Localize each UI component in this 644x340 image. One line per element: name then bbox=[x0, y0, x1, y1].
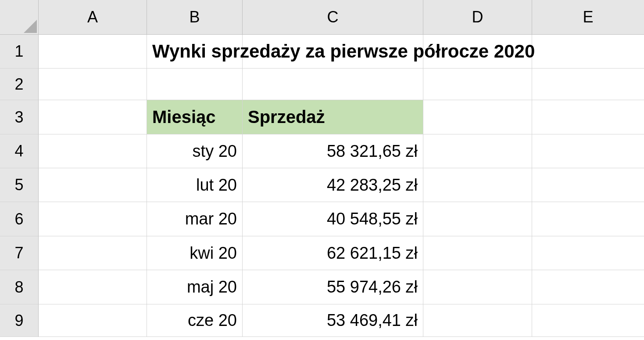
select-all-corner[interactable] bbox=[0, 0, 39, 35]
row-header-3[interactable]: 3 bbox=[0, 100, 39, 134]
cell-D5[interactable] bbox=[423, 168, 532, 202]
cell-A2[interactable] bbox=[39, 69, 147, 100]
cell-A1[interactable] bbox=[39, 35, 147, 69]
cell-E6[interactable] bbox=[532, 202, 644, 236]
cell-B9-month[interactable]: cze 20 bbox=[147, 304, 243, 337]
cell-C4-sales[interactable]: 58 321,65 zł bbox=[243, 134, 423, 168]
cell-D7[interactable] bbox=[423, 236, 532, 270]
col-header-C[interactable]: C bbox=[243, 0, 423, 35]
cell-A8[interactable] bbox=[39, 270, 147, 304]
cell-B7-month[interactable]: kwi 20 bbox=[147, 236, 243, 270]
col-header-D[interactable]: D bbox=[423, 0, 532, 35]
cell-D4[interactable] bbox=[423, 134, 532, 168]
cell-B2[interactable] bbox=[147, 69, 243, 100]
cell-E3[interactable] bbox=[532, 100, 644, 134]
cell-B4-month[interactable]: sty 20 bbox=[147, 134, 243, 168]
cell-A5[interactable] bbox=[39, 168, 147, 202]
col-header-E[interactable]: E bbox=[532, 0, 644, 35]
col-header-A[interactable]: A bbox=[39, 0, 147, 35]
cell-A9[interactable] bbox=[39, 304, 147, 337]
cell-E8[interactable] bbox=[532, 270, 644, 304]
cell-D6[interactable] bbox=[423, 202, 532, 236]
cell-C7-sales[interactable]: 62 621,15 zł bbox=[243, 236, 423, 270]
row-header-9[interactable]: 9 bbox=[0, 304, 39, 337]
cell-A4[interactable] bbox=[39, 134, 147, 168]
row-header-4[interactable]: 4 bbox=[0, 134, 39, 168]
row-header-1[interactable]: 1 bbox=[0, 35, 39, 69]
cell-E9[interactable] bbox=[532, 304, 644, 337]
cell-B5-month[interactable]: lut 20 bbox=[147, 168, 243, 202]
cell-B8-month[interactable]: maj 20 bbox=[147, 270, 243, 304]
cell-E2[interactable] bbox=[532, 69, 644, 100]
cell-C6-sales[interactable]: 40 548,55 zł bbox=[243, 202, 423, 236]
cell-C3-header-sales[interactable]: Sprzedaż bbox=[243, 100, 423, 134]
cell-E4[interactable] bbox=[532, 134, 644, 168]
cell-B3-header-month[interactable]: Miesiąc bbox=[147, 100, 243, 134]
cell-E7[interactable] bbox=[532, 236, 644, 270]
cell-C5-sales[interactable]: 42 283,25 zł bbox=[243, 168, 423, 202]
row-header-7[interactable]: 7 bbox=[0, 236, 39, 270]
cell-B1-title[interactable]: Wynki sprzedaży za pierwsze półrocze 202… bbox=[147, 35, 243, 69]
select-all-triangle-icon bbox=[24, 20, 37, 33]
col-header-B[interactable]: B bbox=[147, 0, 243, 35]
cell-D9[interactable] bbox=[423, 304, 532, 337]
row-header-6[interactable]: 6 bbox=[0, 202, 39, 236]
cell-B6-month[interactable]: mar 20 bbox=[147, 202, 243, 236]
cell-C9-sales[interactable]: 53 469,41 zł bbox=[243, 304, 423, 337]
cell-C8-sales[interactable]: 55 974,26 zł bbox=[243, 270, 423, 304]
row-header-2[interactable]: 2 bbox=[0, 69, 39, 100]
cell-D3[interactable] bbox=[423, 100, 532, 134]
spreadsheet-grid: A B C D E 1 Wynki sprzedaży za pierwsze … bbox=[0, 0, 644, 340]
cell-E5[interactable] bbox=[532, 168, 644, 202]
cell-D8[interactable] bbox=[423, 270, 532, 304]
cell-E1[interactable] bbox=[532, 35, 644, 69]
cell-A6[interactable] bbox=[39, 202, 147, 236]
cell-C2[interactable] bbox=[243, 69, 423, 100]
cell-D2[interactable] bbox=[423, 69, 532, 100]
row-header-5[interactable]: 5 bbox=[0, 168, 39, 202]
cell-A7[interactable] bbox=[39, 236, 147, 270]
row-header-8[interactable]: 8 bbox=[0, 270, 39, 304]
cell-A3[interactable] bbox=[39, 100, 147, 134]
